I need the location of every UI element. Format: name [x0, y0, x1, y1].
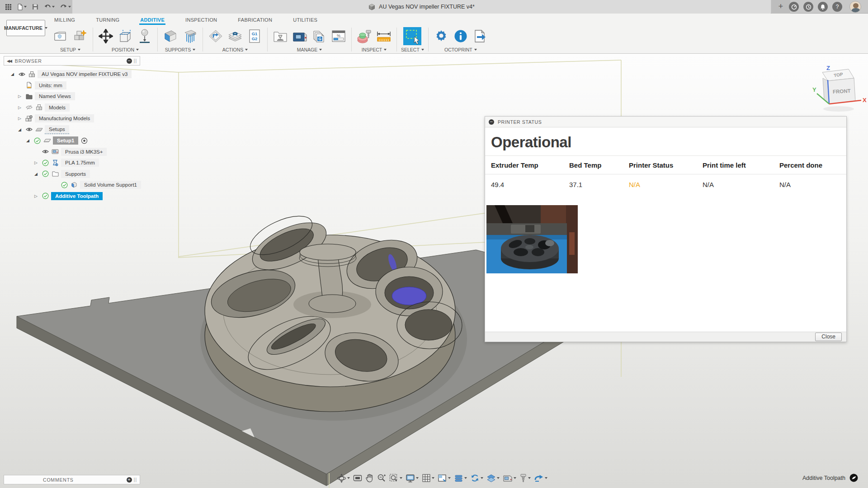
- post-process-icon[interactable]: G1G2: [246, 27, 263, 45]
- tree-item-label[interactable]: Supports: [61, 170, 90, 178]
- tree-item-label[interactable]: Prusa i3 MK3S+: [61, 148, 107, 156]
- extensions-icon[interactable]: [789, 2, 799, 12]
- zoom-icon[interactable]: [377, 474, 386, 483]
- document-tab[interactable]: AU Vegas NOV impeller FIXTURE v4*: [72, 0, 771, 14]
- group-manage-label[interactable]: MANAGE: [297, 47, 318, 52]
- new-folder-icon[interactable]: [71, 27, 89, 45]
- look-at-icon[interactable]: [353, 474, 362, 482]
- viewport-3d[interactable]: TOP FRONT Z X Y ◀◀ BROWSER − || ◢ AU Veg…: [0, 54, 868, 488]
- comments-header[interactable]: COMMENTS + ||: [4, 475, 140, 484]
- group-octoprint-label[interactable]: OCTOPRINT: [444, 47, 472, 52]
- grid-icon[interactable]: [422, 474, 434, 483]
- fixture-screw-icon[interactable]: [519, 474, 531, 483]
- expander-icon[interactable]: ▷: [16, 105, 23, 110]
- tree-item-models[interactable]: ▷ Models: [4, 102, 140, 113]
- print-utility-icon[interactable]: [272, 27, 289, 45]
- tree-item-supports[interactable]: ◢ Supports: [4, 169, 140, 180]
- app-menu-icon[interactable]: [4, 3, 13, 11]
- group-supports-label[interactable]: SUPPORTS: [165, 47, 191, 52]
- expander-icon[interactable]: ◢: [9, 72, 16, 76]
- active-setup-radio-icon[interactable]: [80, 137, 88, 144]
- tree-item-named-views[interactable]: ▷ Named Views: [4, 91, 140, 102]
- tab-fabrication[interactable]: FABRICATION: [237, 14, 273, 25]
- group-position-label[interactable]: POSITION: [112, 47, 134, 52]
- section-steps-icon[interactable]: [454, 474, 467, 483]
- gcode-documents-icon[interactable]: G: [311, 27, 328, 45]
- measure-icon[interactable]: [375, 27, 392, 45]
- orbit-icon[interactable]: [337, 474, 350, 483]
- tree-item-label[interactable]: Setup1: [53, 136, 78, 145]
- tab-additive[interactable]: ADDITIVE: [139, 14, 165, 25]
- tree-item-label[interactable]: Manufacturing Models: [35, 114, 94, 122]
- new-tab-button[interactable]: +: [771, 0, 790, 14]
- toolpath-display-icon[interactable]: [534, 474, 547, 482]
- tree-item-label[interactable]: Units: mm: [35, 81, 66, 89]
- tree-item-label[interactable]: Named Views: [35, 92, 75, 100]
- group-inspect-label[interactable]: INSPECT: [362, 47, 382, 52]
- printer-status-header[interactable]: − PRINTER STATUS: [485, 117, 846, 127]
- tree-item-label[interactable]: Setups: [45, 125, 69, 134]
- tab-utilities[interactable]: UTILITIES: [292, 14, 318, 25]
- expander-icon[interactable]: ◢: [16, 127, 23, 132]
- expander-icon[interactable]: ▷: [33, 194, 39, 198]
- tree-item-root-component[interactable]: ◢ AU Vegas NOV impeller FIXTURE v3: [4, 69, 140, 80]
- fit-icon[interactable]: [389, 474, 402, 483]
- comments-drag-handle[interactable]: ||: [134, 477, 137, 482]
- undo-button[interactable]: [42, 3, 56, 11]
- visibility-eye-icon[interactable]: [41, 148, 49, 155]
- browser-header[interactable]: ◀◀ BROWSER − ||: [4, 56, 140, 66]
- tree-item-label[interactable]: Additive Toolpath: [51, 192, 103, 200]
- display-settings-icon[interactable]: [406, 474, 419, 483]
- place-on-platform-icon[interactable]: [136, 27, 153, 45]
- add-comment-icon[interactable]: +: [127, 477, 132, 483]
- expander-icon[interactable]: ▷: [16, 116, 23, 121]
- visual-style-icon[interactable]: [486, 474, 500, 483]
- browser-drag-handle[interactable]: ||: [134, 58, 137, 63]
- pan-icon[interactable]: [365, 474, 374, 483]
- machine-display-icon[interactable]: [503, 474, 516, 483]
- expander-icon[interactable]: ◢: [33, 172, 39, 176]
- redo-button[interactable]: [59, 3, 72, 11]
- bar-supports-icon[interactable]: [181, 27, 198, 45]
- tree-item-printer[interactable]: Prusa i3 MK3S+: [4, 146, 140, 158]
- tree-item-solid-volume-support[interactable]: Solid Volume Support1: [4, 179, 140, 191]
- collapse-browser-icon[interactable]: ◀◀: [7, 59, 11, 63]
- move-icon[interactable]: [97, 27, 114, 45]
- view-cube[interactable]: TOP FRONT Z X Y: [811, 60, 868, 117]
- help-icon[interactable]: ?: [832, 2, 842, 12]
- viewports-icon[interactable]: [438, 474, 451, 483]
- job-status-icon[interactable]: [803, 2, 813, 12]
- probe-icon[interactable]: [356, 27, 373, 45]
- arrange-icon[interactable]: [117, 27, 134, 45]
- tree-item-label[interactable]: PLA 1.75mm: [61, 159, 99, 167]
- tree-item-label[interactable]: AU Vegas NOV impeller FIXTURE v3: [38, 70, 132, 78]
- expander-icon[interactable]: ▷: [33, 160, 39, 165]
- machine-library-icon[interactable]: [291, 27, 308, 45]
- auto-refresh-icon[interactable]: [470, 474, 483, 483]
- tab-inspection[interactable]: INSPECTION: [184, 14, 218, 25]
- octoprint-upload-icon[interactable]: [472, 27, 489, 45]
- save-button[interactable]: [31, 3, 40, 11]
- notifications-icon[interactable]: [818, 2, 828, 12]
- tree-item-setups[interactable]: ◢ Setups: [4, 124, 140, 136]
- tree-item-setup1[interactable]: ◢ Setup1: [4, 135, 140, 146]
- visibility-off-icon[interactable]: [25, 104, 33, 111]
- expander-icon[interactable]: ▷: [16, 94, 23, 99]
- tree-item-additive-toolpath[interactable]: ▷ Additive Toolpath: [4, 191, 140, 202]
- tree-item-label[interactable]: Models: [45, 103, 70, 112]
- tree-item-label[interactable]: Solid Volume Support1: [80, 181, 141, 189]
- generate-toolpath-icon[interactable]: [207, 27, 224, 45]
- octoprint-settings-icon[interactable]: [433, 27, 450, 45]
- workspace-selector[interactable]: MANUFACTURE: [6, 20, 45, 36]
- tree-item-manufacturing-models[interactable]: ▷ Manufacturing Models: [4, 113, 140, 124]
- group-setup-label[interactable]: SETUP: [60, 47, 76, 52]
- fixture-model[interactable]: [200, 208, 467, 421]
- viewcube-front-label[interactable]: FRONT: [833, 88, 851, 94]
- user-avatar[interactable]: [849, 1, 861, 13]
- new-setup-icon[interactable]: [52, 27, 69, 45]
- close-button[interactable]: Close: [815, 333, 842, 341]
- octoprint-info-icon[interactable]: [452, 27, 469, 45]
- toolpath-progress-icon[interactable]: [849, 474, 858, 482]
- visibility-eye-icon[interactable]: [25, 126, 33, 133]
- tab-turning[interactable]: TURNING: [95, 14, 120, 25]
